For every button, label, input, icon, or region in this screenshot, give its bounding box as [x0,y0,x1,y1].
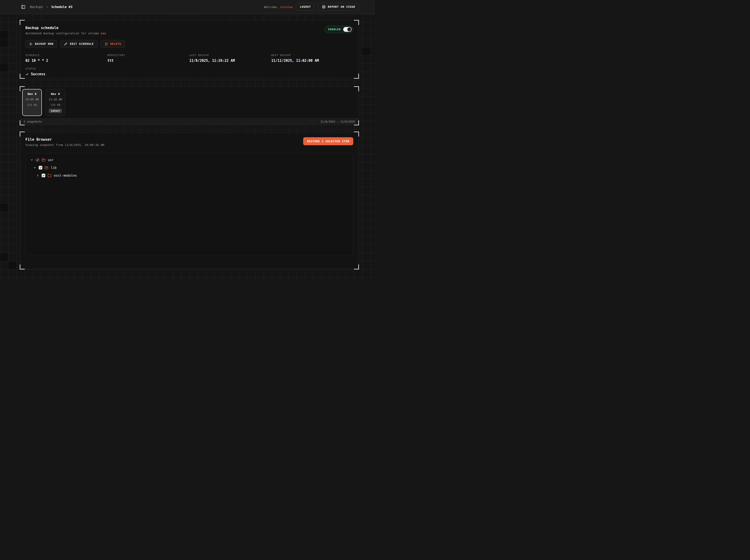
corner-bracket [20,264,25,269]
welcome-text: Welcome, nicolas [264,5,293,9]
field-value: 11/11/2025, 11:02:00 AM [271,59,353,63]
grid-shade [362,47,371,55]
panel-subtitle: Viewing snapshot from 11/8/2025, 10:09:1… [25,143,104,147]
field-label: NEXT BACKUP [271,54,353,57]
folder-open-icon [42,158,45,162]
breadcrumb-backups[interactable]: Backups [30,5,43,9]
grid-shade [0,253,8,261]
field-label: REPOSITORY [107,54,189,57]
file-tree: usr lib ossl-modules [25,153,353,256]
checkbox-checked[interactable] [42,174,45,177]
tree-item-name: usr [48,158,54,162]
tree-row-ossl-modules[interactable]: ossl-modules [28,172,351,179]
panel-subtitle: Automated backup configuration for volum… [25,32,106,35]
field-label: STATUS [25,67,353,70]
corner-bracket [354,20,359,25]
panel-title: File Browser [25,137,104,142]
chevron-down-icon[interactable] [30,158,34,161]
enabled-toggle-pill[interactable]: ENABLED [324,26,353,33]
logout-label: LOGOUT [300,5,311,8]
breadcrumb-current: Schedule #3 [51,5,73,9]
tree-row-lib[interactable]: lib [28,164,351,172]
snapshot-size: 133 KB [23,103,41,106]
report-issue-button[interactable]: REPORT AN ISSUE [318,3,359,11]
field-value: ttt [107,59,189,63]
backup-now-button[interactable]: BACKUP NOW [25,40,57,48]
grid-shade [0,31,8,39]
backup-now-label: BACKUP NOW [35,42,53,45]
folder-icon [47,174,52,178]
snapshot-card-selected[interactable]: Nov 8 10:09 AM 133 KB [22,89,42,116]
snapshot-date-range: 11/8/2025 – 11/8/2025 [320,120,355,123]
file-browser-panel: File Browser Viewing snapshot from 11/8/… [20,132,358,269]
logout-button[interactable]: LOGOUT [296,3,315,11]
field-schedule: SCHEDULE 02 10 * * 2 [25,54,107,63]
status-value: Success [25,72,353,76]
corner-bracket [354,74,359,79]
field-value: 02 10 * * 2 [25,59,107,63]
checkbox-checked[interactable] [39,166,42,169]
folder-open-icon [45,166,48,170]
snapshot-card[interactable]: Nov 8 11:26 AM 133 KB Latest [45,89,65,116]
grid-shade [0,204,8,212]
snapshot-date: Nov 8 [23,92,41,96]
field-last-backup: LAST BACKUP 11/8/2025, 11:26:22 AM [190,54,271,63]
play-icon [29,42,33,46]
sidebar-toggle-button[interactable] [20,4,26,10]
enabled-toggle[interactable] [343,27,352,32]
backup-schedule-panel: Backup schedule Automated backup configu… [20,20,358,78]
tree-row-usr[interactable]: usr [28,156,351,164]
grid-shade [0,39,8,47]
life-buoy-icon [322,5,325,9]
subtitle-prefix: Automated backup configuration for volum… [25,32,101,35]
field-status: STATUS Success [25,67,353,76]
breadcrumb: Backups Schedule #3 [30,5,73,9]
schedule-fields: SCHEDULE 02 10 * * 2 REPOSITORY ttt LAST… [25,54,353,63]
check-icon [25,73,29,76]
restore-button[interactable]: RESTORE 1 SELECTED ITEM [303,137,353,145]
topbar: Backups Schedule #3 Welcome, nicolas LOG… [0,0,375,14]
toggle-knob [347,27,351,31]
chevron-down-icon[interactable] [33,166,36,169]
tree-item-name: lib [51,166,57,169]
delete-label: DELETE [110,42,121,45]
field-label: LAST BACKUP [190,54,271,57]
snapshot-list: Nov 8 10:09 AM 133 KB Nov 8 11:26 AM 133… [20,87,358,118]
tree-item-name: ossl-modules [54,174,77,177]
field-next-backup: NEXT BACKUP 11/11/2025, 11:02:00 AM [271,54,353,63]
field-label: SCHEDULE [25,54,107,57]
volume-name: sss [101,32,106,35]
topbar-right: Welcome, nicolas LOGOUT REPORT AN ISSUE [264,3,359,11]
snapshot-time: 11:26 AM [46,98,65,101]
snapshots-footer: 2 snapshots 11/8/2025 – 11/8/2025 [20,118,358,125]
corner-bracket [354,264,359,269]
chevron-right-icon [46,5,48,8]
grid-shade [0,64,8,72]
field-repository: REPOSITORY ttt [107,54,189,63]
enabled-label: ENABLED [328,28,341,31]
corner-bracket [20,132,25,137]
checkbox-checked[interactable] [36,158,39,162]
edit-schedule-label: EDIT SCHEDULE [70,42,94,45]
snapshot-count: 2 snapshots [24,120,42,123]
panel-left-icon [21,5,25,9]
panel-title: Backup schedule [25,26,106,30]
welcome-prefix: Welcome, [264,5,280,9]
status-text: Success [31,72,45,76]
grid-shade [8,261,16,269]
latest-badge: Latest [49,109,62,113]
snapshot-date: Nov 8 [46,92,65,96]
chevron-right-icon[interactable] [36,174,39,177]
field-value: 11/8/2025, 11:26:22 AM [190,59,271,63]
trash-icon [104,42,108,46]
delete-button[interactable]: DELETE [101,40,125,48]
restore-label: RESTORE 1 SELECTED ITEM [307,140,349,143]
edit-schedule-button[interactable]: EDIT SCHEDULE [60,40,97,48]
schedule-actions: BACKUP NOW EDIT SCHEDULE DELETE [25,40,353,48]
snapshots-panel: Nov 8 10:09 AM 133 KB Nov 8 11:26 AM 133… [20,87,358,125]
report-issue-label: REPORT AN ISSUE [328,5,355,8]
snapshot-size: 133 KB [46,103,65,106]
corner-bracket [20,74,25,79]
corner-bracket [20,20,25,25]
pencil-icon [64,42,67,46]
